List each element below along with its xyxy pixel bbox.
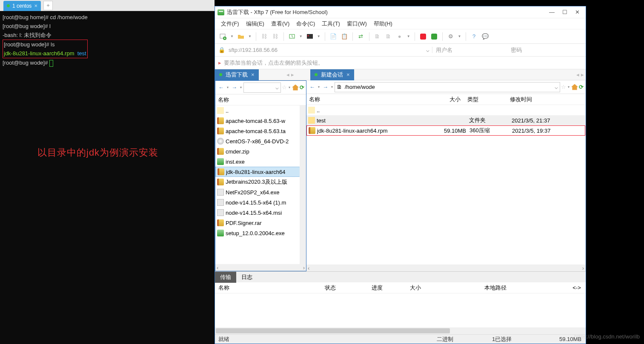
- minimize-icon[interactable]: —: [549, 9, 555, 15]
- help-icon[interactable]: ?: [469, 32, 479, 41]
- open-icon[interactable]: [236, 32, 246, 41]
- address-input[interactable]: sftp://192.168.56.66⌵: [229, 47, 432, 53]
- close-icon[interactable]: ×: [34, 3, 37, 9]
- transfer-scroll[interactable]: [215, 327, 586, 334]
- session-tab-local[interactable]: 迅雷下载 ×: [215, 69, 259, 80]
- path-input[interactable]: 🗎/home/wode⌵: [335, 82, 560, 92]
- tab-label: 新建会话: [321, 71, 343, 79]
- terminal-tab[interactable]: 1 centos ×: [3, 1, 41, 11]
- refresh-icon[interactable]: ⟳: [300, 84, 304, 91]
- hscroll[interactable]: ‹›: [215, 264, 306, 271]
- status-dot-icon: [7, 4, 10, 7]
- list-item: cmder.zip: [215, 146, 306, 156]
- new-session-icon[interactable]: [218, 32, 228, 41]
- prompt: [root@bug home]#: [3, 14, 49, 20]
- output: -bash: l: 未找到命令: [3, 31, 212, 40]
- menu-file[interactable]: 文件(F): [218, 19, 242, 28]
- doc-icon[interactable]: 🗎: [373, 32, 382, 41]
- star-icon[interactable]: ☆: [561, 84, 566, 90]
- close-icon[interactable]: ×: [346, 71, 350, 78]
- doc2-icon[interactable]: 🗎: [384, 32, 393, 41]
- menu-view[interactable]: 查看(V): [269, 19, 292, 28]
- refresh-icon[interactable]: ⟳: [579, 84, 584, 90]
- link-icon[interactable]: ⛓: [260, 32, 269, 41]
- close-icon[interactable]: ×: [251, 71, 255, 78]
- remote-file-list[interactable]: .. test文件夹2021/3/5, 21:37 jdk-8u281-linu…: [306, 105, 585, 264]
- swap-icon[interactable]: ⇄: [356, 32, 366, 41]
- remote-pane: ←▾ →▾ 🗎/home/wode⌵ ☆▾ ⟳ 名称 大小 类型 修改时间 ..…: [306, 80, 586, 271]
- local-pane: ←▾ →▾ ⌵ ☆▾ ⟳ 名称 .. apache-tomcat-8.5.63-…: [215, 80, 306, 271]
- list-item: apache-tomcat-8.5.63-w: [215, 116, 306, 126]
- prompt: [root@bug wode]#: [3, 23, 48, 29]
- back-icon[interactable]: ←: [217, 83, 225, 91]
- dropdown-icon[interactable]: ▼: [406, 34, 411, 38]
- transfer-tabs: 传输 日志: [215, 271, 586, 282]
- dropdown-icon[interactable]: ▼: [229, 34, 235, 38]
- menubar: 文件(F) 编辑(E) 查看(V) 命令(C) 工具(T) 窗口(W) 帮助(H…: [215, 18, 586, 29]
- column-header[interactable]: 名称: [215, 94, 306, 105]
- list-item: inst.exe: [215, 156, 306, 167]
- scrollbar[interactable]: [300, 105, 306, 264]
- session-tab-remote[interactable]: 新建会话 ×: [310, 69, 354, 80]
- red-icon[interactable]: [418, 32, 428, 41]
- chat-icon[interactable]: 💬: [481, 32, 490, 41]
- home-icon[interactable]: [292, 85, 299, 91]
- svg-point-4: [307, 35, 309, 36]
- tab-arrows[interactable]: ◂ ▸: [286, 71, 294, 78]
- transfer-list[interactable]: [215, 293, 586, 327]
- forward-icon[interactable]: →: [230, 83, 238, 91]
- hscroll[interactable]: ‹›: [306, 264, 585, 271]
- new-tab-button[interactable]: +: [43, 1, 53, 10]
- svg-rect-3: [307, 34, 313, 39]
- menu-cmd[interactable]: 命令(C): [294, 19, 318, 28]
- hint-row: ▸ 要添加当前会话，点击左侧的箭头按钮。: [215, 57, 586, 69]
- list-item: jdk-8u281-linux-aarch64: [215, 167, 306, 177]
- status-dot-icon: [219, 73, 222, 76]
- list-item: node-v14.15.5-x64 (1).m: [215, 197, 306, 208]
- reconnect-icon[interactable]: [287, 32, 297, 41]
- tab-arrows[interactable]: ◂ ▸: [576, 71, 584, 78]
- dropdown-icon[interactable]: ▼: [316, 34, 321, 38]
- pass-input[interactable]: [540, 45, 582, 55]
- toolbar: ▼ ▼ ⛓ ⛓ ▼ ▼ 📄 📋 ⇄ 🗎 🗎 ●▼ ⚙▼ ? 💬: [215, 29, 586, 44]
- dropdown-icon[interactable]: ▼: [457, 34, 462, 38]
- file-panes: ←▾ →▾ ⌵ ☆▾ ⟳ 名称 .. apache-tomcat-8.5.63-…: [215, 80, 586, 271]
- window-title: 迅雷下载 - Xftp 7 (Free for Home/School): [227, 9, 328, 16]
- star-icon[interactable]: ☆: [282, 84, 287, 91]
- tab-log[interactable]: 日志: [236, 272, 258, 283]
- watermark: https://blog.csdn.net/worilb: [574, 333, 640, 340]
- list-item: jdk-8u281-linux-aarch64.rpm59.10MB360压缩2…: [306, 125, 585, 136]
- list-item: ..: [306, 105, 585, 115]
- back-icon[interactable]: ←: [308, 83, 316, 91]
- dropdown-icon[interactable]: ▼: [247, 34, 252, 38]
- local-file-list[interactable]: .. apache-tomcat-8.5.63-w apache-tomcat-…: [215, 105, 306, 264]
- dropdown-icon[interactable]: ▼: [298, 34, 303, 38]
- menu-window[interactable]: 窗口(W): [344, 19, 369, 28]
- paste-icon[interactable]: 📋: [340, 32, 349, 41]
- copy-icon[interactable]: 📄: [329, 32, 338, 41]
- cmd: l: [49, 23, 51, 29]
- menu-edit[interactable]: 编辑(E): [243, 19, 267, 28]
- forward-icon[interactable]: →: [321, 83, 329, 91]
- unlink-icon[interactable]: ⛓: [271, 32, 280, 41]
- home-icon[interactable]: [571, 84, 578, 90]
- tab-transfer[interactable]: 传输: [215, 272, 236, 283]
- flag-icon: ▸: [218, 60, 221, 66]
- gear-icon[interactable]: ⚙: [446, 32, 455, 41]
- user-label: 用户名: [436, 46, 461, 54]
- annotation-text: 以目录中的jdk为例演示安装: [37, 148, 158, 157]
- menu-tool[interactable]: 工具(T): [319, 19, 343, 28]
- close-icon[interactable]: ✕: [575, 9, 580, 15]
- terminal-icon[interactable]: [305, 32, 315, 41]
- dot-icon[interactable]: ●: [395, 32, 404, 41]
- prompt: [root@bug wode]#: [3, 60, 48, 66]
- column-header[interactable]: 名称 大小 类型 修改时间: [306, 94, 585, 105]
- list-item: apache-tomcat-8.5.63.ta: [215, 126, 306, 136]
- maximize-icon[interactable]: ☐: [562, 9, 567, 15]
- green-icon[interactable]: [429, 32, 439, 41]
- path-input[interactable]: ⌵: [243, 82, 281, 93]
- menu-help[interactable]: 帮助(H): [371, 19, 395, 28]
- user-input[interactable]: [465, 45, 507, 55]
- pass-label: 密码: [511, 46, 536, 54]
- terminal-body[interactable]: [root@bug home]# cd /home/wode [root@bug…: [0, 11, 215, 344]
